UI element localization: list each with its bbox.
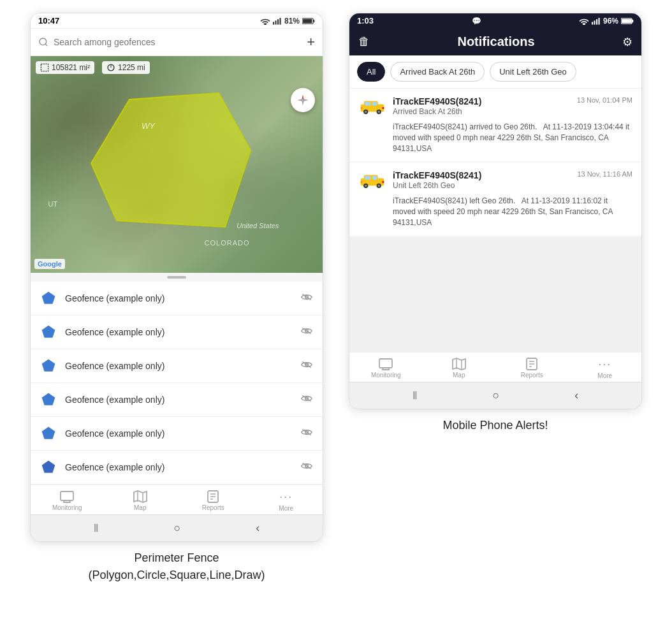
notif-time-2: 13 Nov, 11:16 AM [577, 170, 632, 178]
nav-reports[interactable]: Reports [177, 490, 250, 512]
battery-icon [302, 17, 315, 25]
map-container[interactable]: 105821 mi² 1225 mi [31, 56, 323, 273]
notif-device-1: iTrackEF4940S(8241) [393, 96, 571, 106]
search-icon [38, 37, 48, 47]
geofence-icon-1 [41, 291, 56, 306]
geofence-icon-5 [41, 426, 56, 441]
filter-all[interactable]: All [357, 62, 385, 82]
right-nav-reports[interactable]: Reports [495, 358, 569, 379]
settings-icon[interactable]: ⚙ [622, 35, 632, 49]
svg-rect-70 [379, 359, 392, 368]
monitoring-icon-right [378, 358, 393, 370]
svg-point-55 [365, 111, 367, 113]
geofence-icon-3 [41, 358, 56, 374]
right-status-bar: 1:03 💬 96% [349, 13, 641, 28]
wifi-icon-right [579, 17, 589, 25]
filter-arrived[interactable]: Arrived Back At 26th [390, 62, 485, 82]
right-nav-monitoring[interactable]: Monitoring [349, 358, 423, 379]
android-back-icon-right[interactable]: ‹ [574, 389, 578, 402]
eye-icon-1[interactable] [301, 293, 312, 304]
map-label-us: United States [237, 222, 279, 229]
list-item[interactable]: Geofence (example only) [31, 451, 323, 484]
map-icon [133, 490, 147, 503]
list-item[interactable]: Geofence (example only) [31, 316, 323, 349]
search-input[interactable] [54, 37, 302, 47]
left-status-bar: 10:47 81% [31, 13, 323, 29]
svg-point-57 [377, 111, 380, 113]
svg-point-7 [40, 38, 47, 45]
wifi-icon [260, 17, 270, 25]
right-nav-more-label: More [597, 372, 612, 379]
list-item[interactable]: Geofence (example only) [31, 417, 323, 451]
svg-marker-24 [42, 393, 55, 405]
delete-icon[interactable]: 🗑 [358, 35, 370, 48]
signal-icon [273, 17, 282, 25]
google-logo: Google [34, 259, 65, 269]
svg-marker-30 [42, 461, 55, 473]
scroll-indicator [31, 273, 323, 282]
geofence-icon-6 [41, 460, 56, 475]
eye-icon-6[interactable] [301, 462, 312, 473]
left-android-nav: ⦀ ○ ‹ [31, 514, 323, 541]
nav-monitoring[interactable]: Monitoring [31, 490, 104, 512]
eye-icon-4[interactable] [301, 394, 312, 405]
svg-rect-43 [592, 22, 593, 24]
right-android-nav: ⦀ ○ ‹ [349, 382, 641, 409]
map-background: 105821 mi² 1225 mi [31, 56, 323, 273]
notif-header-2: iTrackEF4940S(8241) Unit Left 26th Geo 1… [358, 170, 632, 192]
right-caption: Mobile Phone Alerts! [442, 417, 548, 434]
add-button[interactable]: + [307, 34, 315, 50]
android-home-icon-right[interactable]: ○ [493, 389, 500, 402]
svg-rect-46 [598, 18, 599, 24]
notif-event-1: Arrived Back At 26th [393, 107, 571, 116]
right-phone-frame: 1:03 💬 96% [349, 13, 642, 409]
svg-rect-33 [61, 491, 73, 500]
more-dots-icon: ··· [279, 490, 293, 504]
nav-map[interactable]: Map [104, 490, 177, 512]
compass-button[interactable] [291, 88, 315, 112]
svg-rect-62 [365, 176, 370, 180]
list-item[interactable]: Geofence (example only) [31, 383, 323, 417]
monitoring-icon [59, 490, 75, 503]
geofence-icon-4 [41, 392, 56, 407]
android-menu-icon[interactable]: ⦀ [94, 521, 99, 535]
android-back-icon[interactable]: ‹ [256, 521, 259, 535]
notification-item-1[interactable]: iTrackEF4940S(8241) Arrived Back At 26th… [349, 89, 641, 161]
nav-more[interactable]: ··· More [250, 490, 323, 512]
svg-rect-69 [382, 181, 384, 183]
eye-icon-3[interactable] [301, 360, 312, 372]
left-bottom-nav: Monitoring Map [31, 484, 323, 514]
notifications-list: iTrackEF4940S(8241) Arrived Back At 26th… [349, 89, 641, 352]
right-status-icons: 96% [579, 17, 634, 25]
right-nav-more[interactable]: ··· More [569, 358, 642, 379]
reports-icon [206, 490, 220, 503]
map-distance-value: 1225 mi [118, 63, 145, 72]
geofence-name-5: Geofence (example only) [65, 428, 292, 439]
right-nav-map[interactable]: Map [423, 358, 496, 379]
geofence-icon-2 [41, 324, 56, 340]
list-item[interactable]: Geofence (example only) [31, 282, 323, 316]
list-item[interactable]: Geofence (example only) [31, 349, 323, 383]
notifications-header: 🗑 Notifications ⚙ [349, 28, 641, 55]
search-bar: + [31, 29, 323, 56]
geofence-name-4: Geofence (example only) [65, 395, 292, 405]
svg-rect-68 [361, 181, 363, 183]
map-label-ut: UT [48, 200, 57, 208]
svg-point-65 [365, 185, 367, 187]
notif-body-2: iTrackEF4940S(8241) left Geo 26th. At 11… [358, 196, 632, 228]
car-icon-2 [358, 170, 386, 192]
nav-reports-label: Reports [202, 504, 224, 511]
svg-rect-6 [303, 18, 312, 22]
more-dots-icon-right: ··· [598, 358, 611, 371]
eye-icon-2[interactable] [301, 326, 312, 338]
right-phone-wrapper: 1:03 💬 96% [349, 13, 642, 434]
android-menu-icon-right[interactable]: ⦀ [413, 389, 418, 402]
eye-icon-5[interactable] [301, 428, 312, 439]
car-icon-1 [358, 96, 386, 118]
android-home-icon[interactable]: ○ [174, 521, 181, 535]
notif-device-2: iTrackEF4940S(8241) [393, 170, 571, 180]
left-status-icons: 81% [260, 17, 315, 25]
notification-item-2[interactable]: iTrackEF4940S(8241) Unit Left 26th Geo 1… [349, 163, 641, 235]
filter-left[interactable]: Unit Left 26th Geo [490, 62, 576, 82]
svg-rect-58 [361, 107, 363, 109]
